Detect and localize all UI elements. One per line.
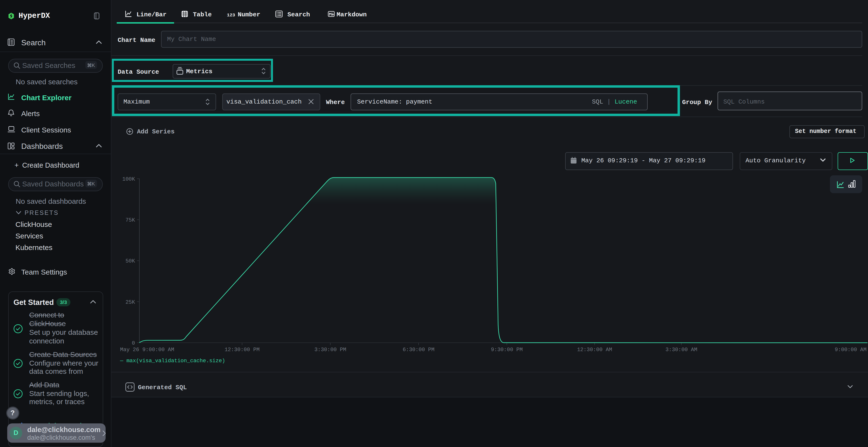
- svg-text:100K: 100K: [122, 176, 135, 182]
- svg-text:25K: 25K: [125, 299, 135, 305]
- svg-text:0: 0: [132, 340, 135, 346]
- svg-text:— max(visa_validation_cache.si: — max(visa_validation_cache.size): [120, 358, 225, 364]
- svg-text:6:30:00 PM: 6:30:00 PM: [402, 347, 434, 353]
- svg-text:50K: 50K: [125, 258, 135, 264]
- svg-text:3:30:00 AM: 3:30:00 AM: [665, 347, 697, 353]
- svg-text:3:30:00 PM: 3:30:00 PM: [314, 347, 346, 353]
- svg-text:12:30:00 AM: 12:30:00 AM: [577, 347, 612, 353]
- svg-text:75K: 75K: [125, 217, 135, 223]
- svg-text:May 26 9:00:00 AM: May 26 9:00:00 AM: [120, 347, 174, 353]
- svg-text:9:30:00 PM: 9:30:00 PM: [491, 347, 523, 353]
- svg-text:12:30:00 PM: 12:30:00 PM: [224, 347, 259, 353]
- svg-text:9:00:00 AM: 9:00:00 AM: [835, 347, 866, 353]
